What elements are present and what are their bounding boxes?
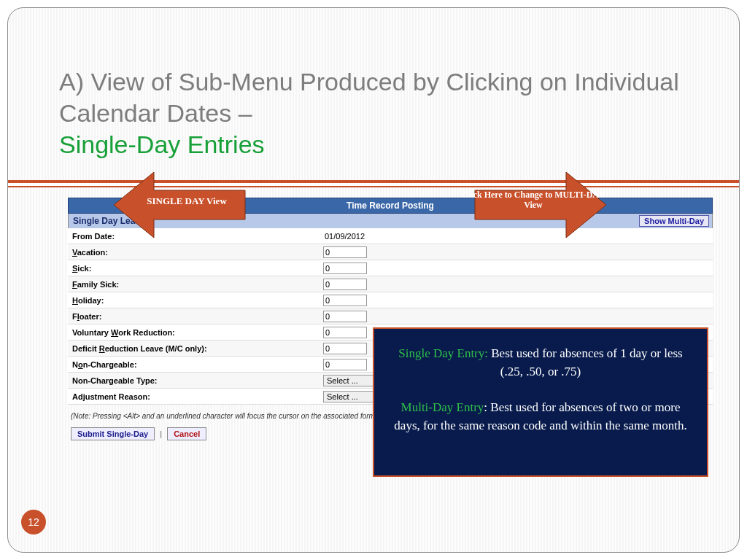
arrow-left-text: SINGLE DAY View (114, 165, 260, 207)
row-field (323, 246, 367, 258)
row-label: Non-Chargeable: (68, 360, 323, 369)
info-box: Single Day Entry: Best used for absences… (373, 327, 708, 477)
row-label: Sick: (68, 264, 323, 273)
row-field (323, 359, 367, 370)
row-label: Deficit Reduction Leave (M/C only): (68, 344, 323, 353)
title-grey: A) View of Sub-Menu Produced by Clicking… (59, 66, 695, 128)
row-field (323, 279, 367, 290)
info-p2-label: Multi-Day Entry (401, 400, 484, 414)
callout-arrow-left: SINGLE DAY View (114, 165, 260, 245)
row-label: Floater: (68, 312, 323, 321)
number-input[interactable] (323, 262, 367, 274)
button-divider: | (157, 429, 165, 438)
number-input[interactable] (323, 359, 367, 370)
row-field (323, 311, 367, 322)
number-input[interactable] (323, 295, 367, 306)
row-label: Adjustment Reason: (68, 392, 323, 401)
row-field (323, 295, 367, 306)
row-label: Family Sick: (68, 280, 323, 289)
row-field (323, 262, 367, 274)
form-row: Sick: (68, 260, 713, 276)
row-label: Vacation: (68, 248, 323, 257)
row-field (323, 327, 367, 338)
row-label: Non-Chargeable Type: (68, 376, 323, 385)
submit-button[interactable]: Submit Single-Day (71, 427, 155, 440)
info-p1-text: Best used for absences of 1 day or less … (488, 346, 683, 378)
page-number: 12 (21, 510, 46, 534)
info-p1-label: Single Day Entry: (398, 346, 488, 360)
arrow-right-text: Click Here to Change to MULTI-DAY View (460, 165, 606, 211)
title-block: A) View of Sub-Menu Produced by Clicking… (8, 8, 739, 168)
number-input[interactable] (323, 343, 367, 354)
form-row: Holiday: (68, 292, 713, 308)
number-input[interactable] (323, 311, 367, 322)
row-label: Voluntary Work Reduction: (68, 328, 323, 337)
row-label: Holiday: (68, 296, 323, 305)
row-field: 01/09/2012 (323, 232, 365, 241)
callout-arrow-right: Click Here to Change to MULTI-DAY View (460, 165, 606, 245)
form-row: Family Sick: (68, 276, 713, 292)
number-input[interactable] (323, 327, 367, 338)
info-p1: Single Day Entry: Best used for absences… (390, 345, 691, 381)
row-field (323, 343, 367, 354)
title-green: Single-Day Entries (59, 128, 695, 160)
info-p2: Multi-Day Entry: Best used for absences … (390, 399, 691, 435)
show-multi-day-button[interactable]: Show Multi-Day (639, 215, 709, 227)
cancel-button[interactable]: Cancel (167, 427, 206, 440)
number-input[interactable] (323, 246, 367, 258)
number-input[interactable] (323, 279, 367, 290)
form-row: Floater: (68, 308, 713, 324)
date-value: 01/09/2012 (323, 232, 365, 241)
slide-frame: A) View of Sub-Menu Produced by Clicking… (7, 7, 740, 553)
form-row: Vacation: (68, 244, 713, 260)
